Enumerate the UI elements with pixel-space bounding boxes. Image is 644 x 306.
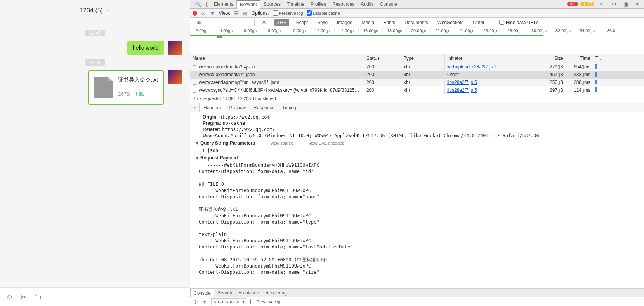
tab-elements[interactable]: Elements xyxy=(211,0,236,8)
frame-selector[interactable]: <top frame> xyxy=(211,298,246,305)
devtools-right-icons: 1 17 >_ ⚙ ▣ ✕ xyxy=(567,1,642,7)
preserve-log-label: Preserve log xyxy=(279,11,303,16)
filter-xhr[interactable]: XHR xyxy=(274,19,289,26)
chat-input-toolbar: ☺ ✂ 🗀 xyxy=(0,287,190,306)
drawer-tab-console[interactable]: Console xyxy=(190,289,214,297)
tab-console[interactable]: Console xyxy=(377,0,400,8)
details-tabs: × Headers Preview Response Timing xyxy=(190,103,644,112)
table-header: Name Status Type Initiator Size Time Tim xyxy=(190,54,644,63)
query-string-parameters-header[interactable]: ▼Query String Parameters view source vie… xyxy=(195,139,644,147)
details-tab-timing[interactable]: Timing xyxy=(278,103,300,112)
filter-documents[interactable]: Documents xyxy=(402,19,430,26)
table-row[interactable]: webwxsendappmsg?fun=async&f=json200xhrli… xyxy=(190,79,644,86)
close-details-icon[interactable]: × xyxy=(190,105,199,110)
col-type[interactable]: Type xyxy=(401,54,445,63)
clear-icon[interactable]: ⊘ xyxy=(201,10,206,16)
inspect-icon[interactable]: 🔍 xyxy=(193,1,203,7)
hdr-ua-key: User-Agent: xyxy=(203,133,229,138)
avatar[interactable] xyxy=(168,70,182,84)
details-tab-response[interactable]: Response xyxy=(250,103,278,112)
drawer-tab-rendering[interactable]: Rendering xyxy=(262,289,290,297)
filter-style[interactable]: Style xyxy=(315,19,330,26)
separator: | xyxy=(130,91,134,97)
device-icon[interactable]: ▯ xyxy=(203,1,211,7)
drawer-tab-search[interactable]: Search xyxy=(214,289,235,297)
chevron-down-icon: ﹀ xyxy=(106,9,110,13)
console-preserve-log-checkbox[interactable]: Preserve log xyxy=(250,299,281,304)
message-row: 证书导入命令.txt 267B | 下载 xyxy=(8,70,182,105)
hdr-ua-val: Mozilla/5.0 (Windows NT 10.0; WOW64) App… xyxy=(231,133,539,138)
filter-script[interactable]: Script xyxy=(294,19,311,26)
request-payload-header[interactable]: ▼Request Payload xyxy=(195,154,644,162)
filter-other[interactable]: Other xyxy=(470,19,487,26)
message-row: hello world xyxy=(8,41,182,55)
timeline-tick: 20.00▯s xyxy=(407,27,431,34)
triangle-down-icon: ▼ xyxy=(195,155,200,161)
tab-sources[interactable]: Sources xyxy=(260,0,284,8)
file-icon xyxy=(193,89,196,93)
view-url-encoded-link[interactable]: view URL encoded xyxy=(309,141,344,145)
settings-gear-icon[interactable]: ⚙ xyxy=(609,1,619,7)
scissors-icon[interactable]: ✂ xyxy=(20,292,27,302)
filter-console-icon[interactable]: ▼ xyxy=(202,299,207,305)
col-timeline[interactable]: Tim xyxy=(593,54,601,63)
clear-console-icon[interactable]: ⊘ xyxy=(193,299,198,305)
view-small-icon[interactable]: ⊞ xyxy=(243,10,248,16)
col-initiator[interactable]: Initiator xyxy=(445,54,542,63)
drawer-tab-emulation[interactable]: Emulation xyxy=(235,289,262,297)
download-link[interactable]: 下载 xyxy=(134,91,144,97)
tab-audits[interactable]: Audits xyxy=(358,0,377,8)
payload-content: ------WebKitFormBoundarymOHhiW911QUwIxPC… xyxy=(195,162,644,275)
col-status[interactable]: Status xyxy=(364,54,401,63)
chat-title[interactable]: 1234 (5) ﹀ xyxy=(80,7,110,14)
col-name[interactable]: Name xyxy=(190,54,364,63)
avatar[interactable] xyxy=(168,41,182,55)
col-time[interactable]: Time xyxy=(566,54,593,63)
details-tab-preview[interactable]: Preview xyxy=(225,103,250,112)
time-pill: 14:10 xyxy=(85,59,105,66)
disable-cache-checkbox[interactable]: Disable cache xyxy=(307,10,340,16)
file-meta: 267B | 下载 xyxy=(118,91,158,98)
filter-websockets[interactable]: WebSockets xyxy=(435,19,466,26)
error-count-badge[interactable]: 1 xyxy=(567,2,578,6)
filter-fonts[interactable]: Fonts xyxy=(381,19,398,26)
timeline-tick: 6.00▯s xyxy=(238,27,262,34)
timeline-dash xyxy=(595,80,597,84)
tab-network[interactable]: Network xyxy=(236,0,260,9)
folder-icon[interactable]: 🗀 xyxy=(34,292,42,301)
record-button[interactable] xyxy=(193,11,197,16)
table-row[interactable]: webwxuploadmedia?f=json200xhrOther457▯B2… xyxy=(190,71,644,79)
table-row[interactable]: webwxsync?sid=CKKd8f6dL3P+hxwb&skey=@cry… xyxy=(190,86,644,94)
tab-resources[interactable]: Resources xyxy=(329,0,358,8)
console-toolbar: ⊘ ▼ <top frame> Preserve log xyxy=(190,297,644,306)
file-icon xyxy=(193,81,196,85)
warning-count-badge[interactable]: 17 xyxy=(580,2,594,6)
emoji-icon[interactable]: ☺ xyxy=(5,292,13,301)
drawer-toggle-icon[interactable]: >_ xyxy=(597,1,607,7)
hdr-referer-key: Referer: xyxy=(203,127,220,132)
filter-all[interactable]: All xyxy=(260,19,270,26)
details-tab-headers[interactable]: Headers xyxy=(199,103,225,112)
request-summary: 4 / 7 requests | 1.8▯KB / 2.2▯KB transfe… xyxy=(190,94,644,103)
view-source-link[interactable]: view source xyxy=(271,141,293,145)
network-filter-input[interactable] xyxy=(193,19,255,26)
filter-images[interactable]: Images xyxy=(335,19,354,26)
filter-media[interactable]: Media xyxy=(359,19,377,26)
qsp-f-val: json xyxy=(207,148,218,153)
timeline-dash xyxy=(595,72,597,77)
preserve-log-checkbox[interactable]: Preserve log xyxy=(273,10,303,16)
dock-icon[interactable]: ▣ xyxy=(621,1,630,7)
filter-icon[interactable]: ▼ xyxy=(210,10,215,16)
view-large-icon[interactable]: ☰ xyxy=(234,10,239,16)
close-icon[interactable]: ✕ xyxy=(633,1,642,7)
file-info: 证书导入命令.txt 267B | 下载 xyxy=(118,77,158,98)
col-size[interactable]: Size xyxy=(542,54,566,63)
tab-timeline[interactable]: Timeline xyxy=(284,0,307,8)
hide-data-urls-checkbox[interactable]: Hide data URLs xyxy=(499,20,539,25)
timeline-tick: 2.00▯s xyxy=(190,27,214,34)
table-row[interactable]: webwxuploadmedia?f=json200xhrwebuploader… xyxy=(190,63,644,71)
devtools-tab-bar: 🔍 ▯ Elements Network Sources Timeline Pr… xyxy=(190,0,644,9)
tab-profiles[interactable]: Profiles xyxy=(307,0,329,8)
file-attachment-card[interactable]: 证书导入命令.txt 267B | 下载 xyxy=(88,70,164,105)
network-timeline-overview[interactable]: 2.00▯s4.00▯s6.00▯s8.00▯s10.00▯s12.00▯s14… xyxy=(190,27,644,54)
